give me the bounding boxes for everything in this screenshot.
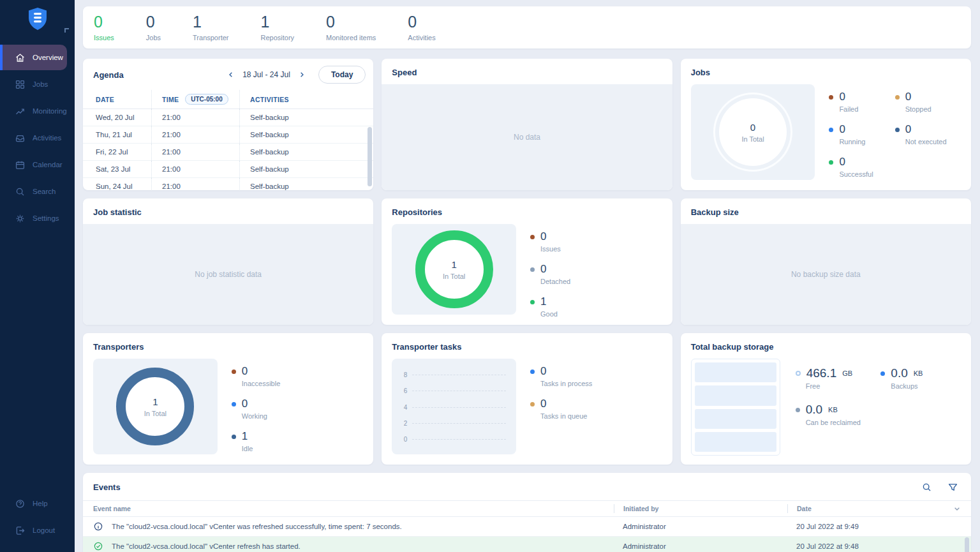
repositories-donut-chart: 1 In Total bbox=[415, 230, 493, 308]
legend-dot bbox=[232, 402, 236, 407]
stat-label: Jobs bbox=[146, 34, 161, 41]
chevron-right-icon bbox=[298, 71, 306, 78]
sidebar-item-settings[interactable]: Settings bbox=[0, 205, 75, 231]
today-button[interactable]: Today bbox=[318, 66, 366, 84]
axis-tick: 8 bbox=[401, 371, 407, 378]
transporter-tasks-title: Transporter tasks bbox=[392, 342, 461, 352]
jobs-card: Jobs 0 In Total 0 Failed 0 bbox=[681, 59, 971, 190]
repositories-donut-panel: 1 In Total bbox=[392, 224, 516, 315]
events-col-name[interactable]: Event name bbox=[93, 505, 614, 512]
chart-line-icon bbox=[15, 106, 26, 117]
agenda-next-button[interactable] bbox=[297, 70, 307, 80]
legend-item-detached: 0 Detached bbox=[530, 263, 662, 285]
events-table-header: Event name Initiated by Date bbox=[83, 500, 971, 517]
calendar-icon bbox=[15, 160, 26, 170]
transporters-total-label: In Total bbox=[144, 410, 167, 417]
agenda-activity: Self-backup bbox=[239, 144, 373, 160]
chevron-down-icon[interactable] bbox=[953, 505, 961, 512]
storage-visualization bbox=[691, 359, 780, 456]
jobs-donut-chart: 0 In Total bbox=[719, 98, 787, 166]
legend-dot bbox=[530, 235, 535, 239]
repositories-card: Repositories 1 In Total 0 Issues 0 Deta bbox=[382, 198, 672, 325]
events-search-button[interactable] bbox=[920, 481, 933, 494]
agenda-date: Wed, 20 Jul bbox=[83, 114, 151, 121]
events-col-initiated[interactable]: Initiated by bbox=[614, 504, 787, 513]
stat-monitored-items[interactable]: 0 Monitored items bbox=[326, 13, 376, 41]
grid-icon bbox=[15, 79, 26, 90]
info-icon bbox=[93, 521, 103, 532]
sidebar-item-logout[interactable]: Logout bbox=[0, 518, 75, 543]
filter-funnel-icon bbox=[947, 482, 958, 493]
legend-dot bbox=[895, 95, 900, 100]
legend-item-successful: 0 Successful bbox=[829, 156, 895, 178]
transporter-tasks-chart: 8 6 4 2 0 bbox=[392, 359, 516, 454]
gear-icon bbox=[15, 213, 26, 224]
agenda-activity: Self-backup bbox=[239, 126, 373, 143]
speed-card: Speed No data bbox=[382, 59, 672, 190]
legend-dot bbox=[796, 371, 801, 376]
transporters-card: Transporters 1 In Total 0 Inaccessible 0 bbox=[83, 333, 373, 465]
repositories-total-value: 1 bbox=[452, 259, 457, 270]
agenda-row: Sun, 24 Jul 21:00 Self-backup bbox=[83, 178, 373, 190]
axis-tick: 6 bbox=[401, 387, 407, 394]
stat-repository[interactable]: 1 Repository bbox=[261, 13, 295, 41]
sidebar-item-search[interactable]: Search bbox=[0, 179, 75, 204]
axis-tick: 2 bbox=[401, 420, 407, 427]
timezone-badge: UTC-05:00 bbox=[185, 94, 228, 105]
sidebar-collapse-icon[interactable] bbox=[64, 28, 69, 33]
events-col-date[interactable]: Date bbox=[787, 504, 953, 513]
job-statistic-empty-message: No job statistic data bbox=[195, 270, 262, 279]
sidebar-item-overview[interactable]: Overview bbox=[0, 45, 67, 70]
sidebar-item-calendar[interactable]: Calendar bbox=[0, 152, 75, 177]
legend-dot bbox=[796, 408, 800, 412]
stat-jobs[interactable]: 0 Jobs bbox=[146, 13, 161, 41]
sidebar-item-label: Help bbox=[33, 500, 48, 507]
legend-item-tasks-in-queue: 0 Tasks in queue bbox=[530, 398, 662, 420]
event-initiated-by: Administrator bbox=[614, 542, 787, 550]
events-filter-button[interactable] bbox=[946, 481, 960, 494]
legend-dot bbox=[530, 300, 535, 304]
job-statistic-card: Job statistic No job statistic data bbox=[83, 198, 373, 325]
sidebar-item-jobs[interactable]: Jobs bbox=[0, 71, 75, 97]
legend-item-good: 1 Good bbox=[530, 295, 662, 318]
events-scrollbar[interactable] bbox=[965, 537, 969, 552]
events-table-body: The "cloud2-vcsa.cloud.local" vCenter wa… bbox=[83, 517, 971, 552]
stat-issues[interactable]: 0 Issues bbox=[94, 13, 114, 41]
legend-dot bbox=[530, 402, 535, 407]
event-initiated-by: Administrator bbox=[614, 523, 787, 530]
agenda-col-activities: ACTIVITIES bbox=[239, 90, 373, 108]
sidebar-item-monitoring[interactable]: Monitoring bbox=[0, 98, 75, 124]
app-logo[interactable] bbox=[0, 0, 75, 37]
backup-size-empty-message: No backup size data bbox=[791, 270, 861, 279]
stat-label: Repository bbox=[261, 34, 295, 41]
agenda-prev-button[interactable] bbox=[226, 70, 236, 80]
agenda-col-time: TIME bbox=[162, 96, 179, 103]
sidebar-item-help[interactable]: Help bbox=[0, 491, 75, 516]
search-icon bbox=[921, 482, 932, 493]
stat-value: 0 bbox=[94, 13, 114, 31]
stat-activities[interactable]: 0 Activities bbox=[408, 13, 435, 41]
event-date: 20 Jul 2022 at 9:48 bbox=[787, 542, 961, 550]
legend-item-not-executed: 0 Not executed bbox=[895, 123, 961, 145]
chevron-left-icon bbox=[227, 71, 235, 78]
sidebar-footer: Help Logout bbox=[0, 491, 75, 544]
agenda-row: Fri, 22 Jul 21:00 Self-backup bbox=[83, 144, 373, 161]
legend-dot bbox=[530, 369, 535, 374]
total-backup-storage-card: Total backup storage 466.1GB Free 0.0KB … bbox=[681, 333, 971, 465]
sidebar-item-label: Monitoring bbox=[33, 107, 67, 115]
help-icon bbox=[15, 498, 26, 509]
job-statistic-title: Job statistic bbox=[93, 207, 142, 217]
legend-item-tasks-in-process: 0 Tasks in process bbox=[530, 365, 662, 387]
stat-value: 0 bbox=[146, 13, 161, 31]
transporters-donut-chart: 1 In Total bbox=[116, 368, 194, 445]
sidebar-item-activities[interactable]: Activities bbox=[0, 125, 75, 151]
stat-transporter[interactable]: 1 Transporter bbox=[193, 13, 228, 41]
agenda-scrollbar[interactable] bbox=[368, 127, 372, 186]
sidebar: Overview Jobs Monitoring Activities bbox=[0, 0, 75, 552]
legend-item-issues: 0 Issues bbox=[530, 230, 662, 253]
speed-empty-message: No data bbox=[514, 133, 540, 142]
axis-tick: 0 bbox=[401, 436, 407, 443]
agenda-activity: Self-backup bbox=[239, 178, 373, 190]
sidebar-item-label: Search bbox=[33, 188, 56, 195]
stat-label: Transporter bbox=[193, 34, 228, 41]
